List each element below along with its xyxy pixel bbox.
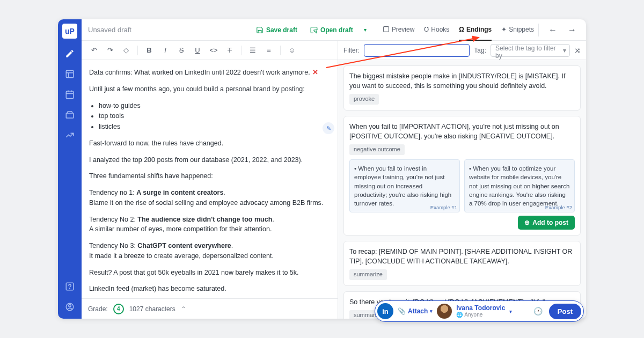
tag-chip: provoke bbox=[349, 94, 379, 105]
filter-row: Filter: Tag: Select the tag to filter by… bbox=[338, 41, 586, 60]
eraser-icon[interactable]: ◇ bbox=[119, 43, 133, 57]
snippet-card[interactable]: The biggest mistake people make in [INDU… bbox=[343, 65, 581, 111]
save-draft-button[interactable]: Save draft bbox=[252, 24, 302, 36]
italic-icon[interactable]: I bbox=[158, 43, 172, 57]
svg-rect-0 bbox=[66, 70, 74, 78]
main-area: Unsaved draft Save draft Open draft ▾ Pr… bbox=[82, 19, 586, 319]
tag-chip: summarize bbox=[349, 269, 387, 280]
top-toolbar: Unsaved draft Save draft Open draft ▾ Pr… bbox=[82, 19, 586, 41]
shuffle-icon[interactable]: ⤨ bbox=[574, 46, 581, 55]
char-count: 1027 characters bbox=[129, 305, 175, 313]
user-avatar[interactable] bbox=[437, 304, 452, 319]
schedule-icon[interactable]: 🕐 bbox=[533, 307, 543, 315]
tab-hooks[interactable]: ℧Hooks bbox=[424, 19, 449, 41]
open-draft-dropdown[interactable]: ▾ bbox=[362, 27, 369, 33]
code-icon[interactable]: <> bbox=[207, 43, 221, 57]
open-draft-button[interactable]: Open draft bbox=[306, 24, 357, 36]
example-block: • When you fail to optimize your website… bbox=[464, 159, 575, 212]
linkedin-icon[interactable]: in bbox=[377, 303, 393, 319]
example-block: • When you fail to invest in employee tr… bbox=[349, 159, 460, 212]
grade-label: Grade: bbox=[88, 305, 108, 313]
editor-column: ↶ ↷ ◇ B I S U <> T ☰ ≡ ☺ ✎ bbox=[82, 41, 338, 319]
bullet-list-icon[interactable]: ☰ bbox=[246, 43, 260, 57]
svg-rect-12 bbox=[383, 27, 389, 32]
grade-score[interactable]: 4 bbox=[113, 304, 124, 314]
bold-icon[interactable]: B bbox=[142, 43, 156, 57]
filter-label: Filter: bbox=[343, 47, 360, 54]
calendar-icon[interactable] bbox=[64, 89, 75, 100]
profile-icon[interactable] bbox=[64, 302, 75, 312]
tag-select[interactable]: Select the tag to filter by▾ bbox=[491, 44, 570, 57]
post-button[interactable]: Post bbox=[549, 304, 581, 319]
svg-point-11 bbox=[69, 305, 71, 307]
redo-icon[interactable]: ↷ bbox=[103, 43, 117, 57]
expand-icon[interactable]: ⌃ bbox=[181, 305, 186, 313]
tag-label: Tag: bbox=[474, 47, 486, 54]
left-sidebar: uP bbox=[58, 19, 82, 319]
cards-list: The biggest mistake people make in [INDU… bbox=[338, 60, 586, 319]
undo-icon[interactable]: ↶ bbox=[87, 43, 101, 57]
snippet-card[interactable]: When you fail to [IMPORTANT ACTION], you… bbox=[343, 116, 581, 236]
app-logo[interactable]: uP bbox=[62, 24, 77, 39]
dashboard-icon[interactable] bbox=[64, 69, 75, 79]
error-x-icon: ✕ bbox=[312, 69, 318, 76]
analytics-icon[interactable] bbox=[64, 130, 75, 141]
numbered-list-icon[interactable]: ≡ bbox=[262, 43, 276, 57]
snippet-card[interactable]: To recap: [REMIND OF MAIN POINT]. [SHARE… bbox=[343, 241, 581, 286]
tab-preview[interactable]: Preview bbox=[383, 19, 415, 41]
underline-icon[interactable]: U bbox=[191, 43, 204, 57]
strikethrough-icon[interactable]: S bbox=[174, 43, 188, 57]
nav-forward-icon[interactable]: → bbox=[565, 24, 580, 36]
ai-assist-icon[interactable]: ✎ bbox=[323, 122, 334, 134]
content-split: ↶ ↷ ◇ B I S U <> T ☰ ≡ ☺ ✎ bbox=[82, 41, 586, 319]
snippets-column: Filter: Tag: Select the tag to filter by… bbox=[338, 41, 586, 319]
tab-endings[interactable]: ΩEndings bbox=[459, 19, 492, 41]
app-window: uP Unsaved draft Save draft Open draft ▾… bbox=[58, 19, 586, 319]
filter-input[interactable] bbox=[364, 44, 470, 57]
tag-chip: negative outcome bbox=[349, 144, 405, 155]
draft-title: Unsaved draft bbox=[88, 26, 247, 34]
clear-format-icon[interactable]: T bbox=[223, 43, 237, 57]
help-icon[interactable] bbox=[64, 281, 75, 292]
post-bar: in 📎Attach▾ Ivana Todorovic 🌐 Anyone ▾ 🕐… bbox=[375, 300, 584, 322]
svg-point-9 bbox=[70, 288, 70, 289]
add-to-post-button[interactable]: ⊕Add to post bbox=[518, 216, 575, 230]
svg-rect-7 bbox=[66, 113, 74, 118]
grade-bar: Grade: 4 1027 characters ⌃ bbox=[82, 298, 338, 319]
user-selector[interactable]: Ivana Todorovic 🌐 Anyone bbox=[456, 305, 505, 318]
tab-snippets[interactable]: ✦Snippets bbox=[501, 19, 534, 41]
emoji-icon[interactable]: ☺ bbox=[285, 43, 299, 57]
svg-rect-3 bbox=[66, 91, 74, 99]
archive-icon[interactable] bbox=[64, 109, 75, 120]
attach-button[interactable]: 📎Attach▾ bbox=[398, 307, 433, 315]
formatting-toolbar: ↶ ↷ ◇ B I S U <> T ☰ ≡ ☺ bbox=[82, 41, 338, 60]
editor-body[interactable]: ✎ Data confirms: What worked on LinkedIn… bbox=[82, 60, 338, 298]
nav-back-icon[interactable]: ← bbox=[545, 24, 560, 36]
edit-icon[interactable] bbox=[64, 48, 75, 59]
